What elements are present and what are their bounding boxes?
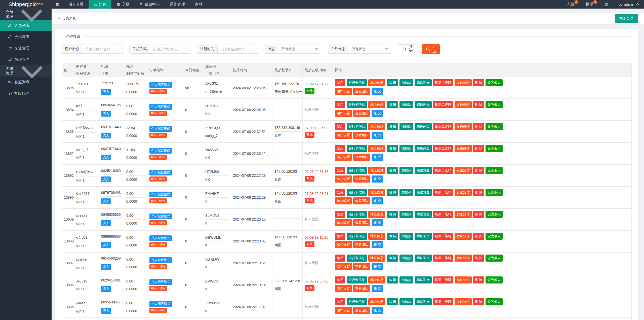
action-button[interactable]: 发送短信 [455,233,472,240]
action-button[interactable]: 删 除 [473,123,485,130]
action-button[interactable]: 加扣款 [399,211,413,218]
sidebar-group-2[interactable]: 客服管理 [0,65,52,77]
action-button[interactable]: 禁用 [335,233,345,240]
action-button[interactable]: 删 除 [473,276,485,283]
action-button[interactable]: 查看团队 [353,197,370,204]
action-button[interactable]: 设为假人 [486,123,503,130]
action-button[interactable]: 加扣款 [399,189,413,196]
action-button[interactable]: 刷新二维码 [433,276,453,283]
nav-item-3[interactable]: 交易 [111,0,134,9]
action-button[interactable]: 赠送彩金 [415,211,432,218]
action-button[interactable]: 禁用 [335,255,345,262]
action-button[interactable]: 设为假人 [486,101,503,108]
action-button[interactable]: 账 变 [372,88,383,95]
action-button[interactable]: 地址信息 [368,276,385,283]
action-button[interactable]: 删 除 [473,233,485,240]
action-button[interactable]: 设为假人 [486,233,503,240]
action-button[interactable]: 暗扣设置 [335,307,352,314]
action-button[interactable]: 删 除 [473,298,485,305]
action-button[interactable]: 查看团队 [353,175,370,183]
action-button[interactable]: 加扣款 [399,101,413,108]
action-button[interactable]: 加扣款 [399,123,413,130]
filter-select[interactable]: 所有状态 [348,45,391,53]
action-button[interactable]: 地址信息 [368,233,385,240]
action-button[interactable]: 查看团队 [353,154,370,161]
add-member-button[interactable]: 添加会员 [615,14,638,23]
action-button[interactable]: 编 辑 [387,189,398,196]
action-button[interactable]: 编 辑 [387,211,398,218]
action-button[interactable]: 编 辑 [387,145,398,152]
action-button[interactable]: 赠送彩金 [415,298,432,305]
action-button[interactable]: 查看团队 [353,132,370,139]
action-button[interactable]: 加扣款 [399,298,413,305]
action-button[interactable]: 禁用 [335,298,345,305]
action-button[interactable]: 暗扣设置 [335,219,352,226]
filter-select[interactable]: 所有状态 [278,45,321,53]
action-button[interactable]: 银行卡信息 [347,101,367,108]
action-button[interactable]: 暗扣设置 [335,110,352,117]
action-button[interactable]: 银行卡信息 [347,211,367,218]
action-button[interactable]: 地址信息 [368,189,385,196]
action-button[interactable]: 赠送彩金 [415,276,432,283]
action-button[interactable]: 查看团队 [353,241,370,248]
action-button[interactable]: 刷新二维码 [433,255,453,262]
action-button[interactable]: 赠送彩金 [415,255,432,262]
action-button[interactable]: 赠送彩金 [415,189,432,196]
action-button[interactable]: 刷新二维码 [433,123,453,130]
action-button[interactable]: 设为假人 [486,211,503,218]
sidebar-toggle-button[interactable] [52,0,63,9]
action-button[interactable]: 发送短信 [455,189,472,196]
action-button[interactable]: 编 辑 [387,255,398,262]
action-button[interactable]: 赠送彩金 [415,167,432,174]
action-button[interactable]: 编 辑 [387,167,398,174]
action-button[interactable]: 银行卡信息 [347,167,367,174]
action-button[interactable]: 银行卡信息 [347,233,367,240]
nav-item-1[interactable]: 后台首页 [63,0,89,9]
action-button[interactable]: 银行卡信息 [347,145,367,152]
action-button[interactable]: 加扣款 [399,233,413,240]
nav-item-2[interactable]: 角色 [89,0,111,9]
action-button[interactable]: 查看团队 [353,285,370,292]
action-button[interactable]: 账 变 [372,110,383,117]
action-button[interactable]: 地址信息 [368,298,385,305]
action-button[interactable]: 账 变 [372,285,383,292]
action-button[interactable]: 发送短信 [455,255,472,262]
action-button[interactable]: 禁用 [335,101,345,108]
action-button[interactable]: 暗扣设置 [335,285,352,292]
action-button[interactable]: 加扣款 [399,145,413,152]
action-button[interactable]: 银行卡信息 [347,276,367,283]
action-button[interactable]: 删 除 [473,167,485,174]
action-button[interactable]: 发送短信 [455,101,472,108]
nav-item-4[interactable]: 帮助中心 [134,0,165,9]
action-button[interactable]: 地址信息 [368,101,385,108]
action-button[interactable]: 禁用 [335,123,345,130]
action-button[interactable]: 赠送彩金 [415,145,432,152]
action-button[interactable]: 账 变 [372,241,383,248]
export-button[interactable]: 导 出 [422,44,440,54]
action-button[interactable]: 删 除 [473,189,485,196]
action-button[interactable]: 查看团队 [353,88,370,95]
action-button[interactable]: 刷新二维码 [433,211,453,218]
action-button[interactable]: 禁用 [335,211,345,218]
nav-item-6[interactable]: 商城 [190,0,208,9]
action-button[interactable]: 编 辑 [387,233,398,240]
action-button[interactable]: 加扣款 [399,255,413,262]
action-button[interactable]: 查看团队 [353,307,370,314]
action-button[interactable]: 银行卡信息 [347,79,367,86]
action-button[interactable]: 查看团队 [353,263,370,270]
action-button[interactable]: 查看团队 [353,110,370,117]
action-button[interactable]: 编 辑 [387,276,398,283]
filter-input[interactable] [218,45,258,53]
action-button[interactable]: 删 除 [473,101,485,108]
user-menu[interactable]: admin [614,0,644,9]
nav-right-link-1[interactable]: 充值6 [561,0,580,9]
action-button[interactable]: 设为假人 [486,298,503,305]
nav-item-5[interactable]: 系统管理 [165,0,190,9]
action-button[interactable]: 禁用 [335,145,345,152]
action-button[interactable]: 发送短信 [455,145,472,152]
action-button[interactable]: 账 变 [372,154,383,161]
filter-input[interactable] [82,45,123,53]
action-button[interactable]: 加扣款 [399,79,413,86]
action-button[interactable]: 地址信息 [368,255,385,262]
action-button[interactable]: 设为假人 [486,167,503,174]
